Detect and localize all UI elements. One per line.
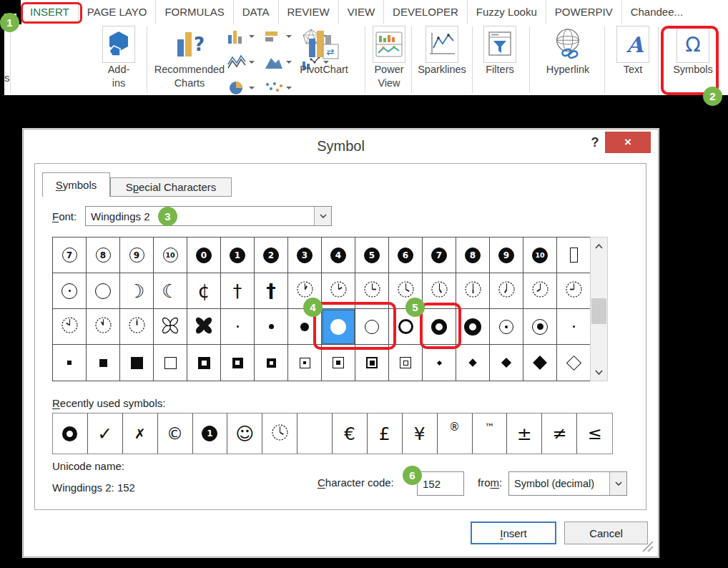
symbol-cell[interactable]: 0 bbox=[187, 238, 221, 273]
symbol-cell[interactable] bbox=[87, 309, 120, 345]
recent-symbol-cell[interactable]: ☺ bbox=[227, 413, 262, 454]
symbol-cell[interactable] bbox=[490, 309, 523, 345]
symbol-cell[interactable] bbox=[322, 345, 355, 381]
symbol-cell[interactable]: 9 bbox=[120, 238, 154, 273]
ribbon-tab-formulas[interactable]: FORMULAS bbox=[155, 0, 232, 24]
symbol-cell[interactable]: † bbox=[221, 273, 255, 309]
chevron-down-icon[interactable] bbox=[609, 472, 626, 495]
pie-chart-button[interactable] bbox=[227, 80, 255, 95]
close-button[interactable]: × bbox=[605, 132, 651, 153]
symbol-cell[interactable]: 1 bbox=[221, 238, 255, 273]
symbol-cell[interactable]: 9 bbox=[490, 238, 523, 273]
bar-chart-button[interactable] bbox=[265, 29, 292, 44]
recent-symbol-cell[interactable]: 1 bbox=[193, 413, 228, 454]
scatter-chart-button[interactable] bbox=[265, 80, 292, 95]
recent-symbol-cell[interactable]: © bbox=[158, 413, 193, 454]
symbol-cell[interactable] bbox=[490, 345, 523, 381]
ribbon-tab-chandee-[interactable]: Chandee... bbox=[621, 0, 692, 24]
recent-symbol-cell[interactable]: ± bbox=[507, 413, 542, 454]
recent-symbol-cell[interactable]: ™ bbox=[473, 413, 508, 454]
sparklines-button[interactable]: Sparklines bbox=[413, 26, 471, 77]
symbol-cell[interactable] bbox=[221, 345, 255, 381]
symbol-cell[interactable]: ☾ bbox=[154, 273, 187, 309]
scroll-up-button[interactable] bbox=[591, 238, 607, 255]
symbol-cell[interactable]: 8 bbox=[87, 238, 120, 273]
ribbon-tab-data[interactable]: DATA bbox=[233, 0, 278, 24]
symbol-cell[interactable]: 7 bbox=[53, 238, 87, 273]
recommended-charts-button[interactable]: ? Recommended Charts bbox=[151, 26, 228, 90]
recent-symbol-cell[interactable]: ≠ bbox=[542, 413, 577, 454]
symbol-cell[interactable] bbox=[288, 345, 322, 381]
recent-symbol-cell[interactable]: ® bbox=[438, 413, 473, 454]
filters-button[interactable]: Filters bbox=[475, 26, 525, 77]
ribbon-tab-page-layo[interactable]: PAGE LAYO bbox=[78, 0, 156, 24]
ribbon-tab-view[interactable]: VIEW bbox=[338, 0, 383, 24]
symbol-cell[interactable]: 2 bbox=[255, 238, 288, 273]
symbol-cell[interactable] bbox=[523, 273, 557, 309]
area-chart-button[interactable] bbox=[265, 54, 292, 70]
tab-special-characters[interactable]: Special Characters bbox=[110, 177, 232, 197]
symbol-cell[interactable] bbox=[389, 345, 423, 381]
symbol-cell[interactable]: 8 bbox=[456, 238, 490, 273]
pivotchart-button[interactable]: ⇄ PivotChart bbox=[290, 26, 358, 77]
cancel-button[interactable]: Cancel bbox=[564, 522, 648, 544]
recent-symbol-cell[interactable] bbox=[53, 413, 88, 454]
column-chart-button[interactable] bbox=[227, 29, 255, 44]
ribbon-tab-fuzzy-looku[interactable]: Fuzzy Looku bbox=[467, 0, 546, 24]
symbol-cell[interactable] bbox=[255, 309, 288, 345]
symbol-cell[interactable] bbox=[187, 309, 221, 345]
recent-symbol-cell[interactable]: ¥ bbox=[403, 413, 438, 454]
symbol-cell[interactable] bbox=[490, 273, 523, 309]
symbol-cell[interactable]: 7 bbox=[423, 238, 456, 273]
symbol-cell[interactable]: † bbox=[255, 273, 288, 309]
recent-symbol-cell[interactable] bbox=[262, 413, 297, 454]
recent-symbol-cell[interactable]: ✓ bbox=[88, 413, 123, 454]
ribbon-tab-developer[interactable]: DEVELOPER bbox=[383, 0, 467, 24]
help-button[interactable]: ? bbox=[586, 135, 604, 154]
symbol-cell[interactable] bbox=[154, 309, 187, 345]
symbol-cell[interactable]: 6 bbox=[389, 238, 423, 273]
line-chart-button[interactable] bbox=[227, 54, 255, 70]
symbol-cell[interactable] bbox=[456, 309, 490, 345]
chevron-down-icon[interactable] bbox=[314, 207, 331, 225]
symbol-cell[interactable] bbox=[120, 309, 154, 345]
symbol-cell[interactable] bbox=[221, 309, 255, 345]
symbol-cell[interactable]: ☽ bbox=[120, 273, 154, 309]
recent-symbol-cell[interactable]: ✗ bbox=[123, 413, 158, 454]
symbol-cell[interactable] bbox=[557, 238, 591, 273]
character-code-input[interactable]: 152 bbox=[417, 471, 464, 496]
symbol-cell[interactable] bbox=[53, 345, 87, 381]
insert-button[interactable]: Insert bbox=[471, 522, 556, 544]
symbol-cell[interactable]: ¢ bbox=[187, 273, 221, 309]
font-combobox[interactable]: Wingdings 2 bbox=[85, 206, 332, 226]
resize-grip[interactable] bbox=[639, 537, 654, 553]
symbol-cell[interactable]: 10 bbox=[154, 238, 187, 273]
power-view-button[interactable]: Power View bbox=[368, 26, 410, 90]
from-combobox[interactable]: Symbol (decimal) bbox=[508, 471, 627, 496]
symbol-cell[interactable] bbox=[255, 345, 288, 381]
symbol-cell[interactable] bbox=[423, 345, 456, 381]
symbol-cell[interactable] bbox=[557, 345, 591, 381]
text-button[interactable]: A Text bbox=[609, 26, 656, 77]
recent-symbol-cell[interactable] bbox=[297, 413, 333, 454]
symbol-cell[interactable] bbox=[523, 345, 557, 381]
symbol-cell[interactable] bbox=[53, 309, 87, 345]
symbol-cell[interactable] bbox=[523, 309, 557, 345]
symbol-cell[interactable]: 10 bbox=[523, 238, 557, 273]
symbol-cell[interactable]: 5 bbox=[355, 238, 389, 273]
symbol-cell[interactable]: 3 bbox=[288, 238, 322, 273]
scrollbar-thumb[interactable] bbox=[591, 298, 606, 324]
recent-symbol-cell[interactable]: ≤ bbox=[577, 413, 612, 454]
symbol-cell[interactable] bbox=[154, 345, 187, 381]
hyperlink-button[interactable]: Hyperlink bbox=[533, 26, 602, 77]
ribbon-tab-powerpiv[interactable]: POWERPIV bbox=[546, 0, 621, 24]
symbol-cell[interactable] bbox=[53, 273, 87, 309]
recent-symbol-cell[interactable]: £ bbox=[368, 413, 403, 454]
symbol-cell[interactable] bbox=[355, 345, 389, 381]
symbol-cell[interactable] bbox=[120, 345, 154, 381]
tab-symbols[interactable]: Symbols bbox=[42, 172, 110, 197]
symbol-cell[interactable] bbox=[456, 273, 490, 309]
symbol-cell[interactable] bbox=[557, 309, 591, 345]
recent-symbol-cell[interactable]: € bbox=[333, 413, 368, 454]
ribbon-tab-review[interactable]: REVIEW bbox=[278, 0, 338, 24]
